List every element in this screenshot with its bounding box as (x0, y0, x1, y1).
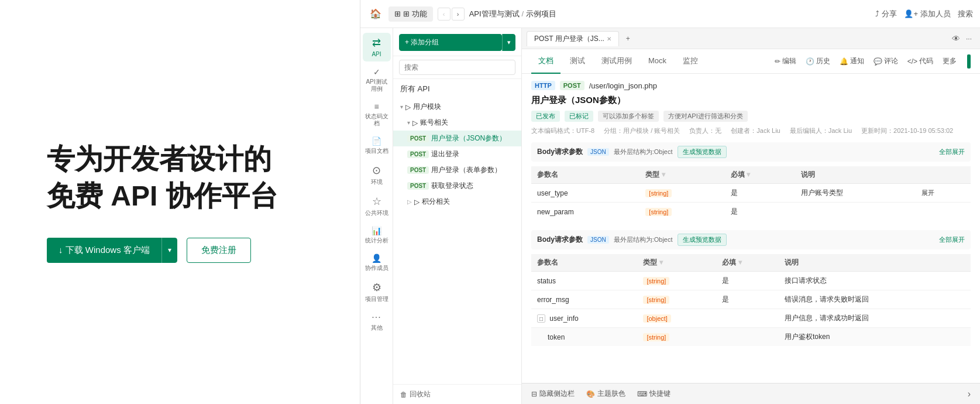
tree-item-points[interactable]: ▷ ▷ 积分相关 (393, 194, 521, 210)
share-icon: ⤴ (875, 9, 879, 18)
generate-preview-button[interactable]: 生成预览数据 (678, 146, 727, 158)
status-marked-badge: 已标记 (565, 111, 593, 122)
generate-response-preview-button[interactable]: 生成预览数据 (678, 234, 727, 246)
tree-item-get-status[interactable]: POST 获取登录状态 (393, 178, 521, 194)
stats-icon: 📊 (372, 226, 381, 235)
sidebar-item-test-case[interactable]: ✓ API测试用例 (363, 64, 391, 96)
eye-icon[interactable]: 👁 (952, 34, 960, 43)
breadcrumb-item-2[interactable]: 示例项目 (526, 9, 556, 19)
tab-test-case[interactable]: 测试用例 (594, 49, 639, 74)
hide-sidebar-button[interactable]: ⊟ 隐藏侧边栏 (531, 389, 575, 399)
theme-button[interactable]: 🎨 主题肤色 (586, 389, 625, 399)
nav-back-button[interactable]: ‹ (438, 8, 451, 20)
func-button[interactable]: ⊞ ⊞ 功能 (388, 6, 433, 22)
comment-button[interactable]: 💬 评论 (870, 54, 902, 68)
param-desc: 用户信息，请求成功时返回 (779, 309, 971, 328)
home-icon[interactable]: 🏠 (367, 6, 384, 22)
tree-item-login-form[interactable]: POST 用户登录（表单参数） (393, 162, 521, 178)
param-desc: 错误消息，请求失败时返回 (779, 290, 971, 309)
status-published-badge: 已发布 (531, 111, 560, 122)
tab-monitor[interactable]: 监控 (676, 49, 705, 74)
sidebar-item-api[interactable]: ⇄ API (363, 33, 391, 61)
param-type: [string] (637, 290, 716, 309)
request-json-badge: JSON (587, 148, 609, 156)
sidebar-item-public-env[interactable]: ☆ 公共环境 (363, 191, 391, 220)
sidebar-item-project-doc[interactable]: 📄 项目文档 (363, 133, 391, 158)
share-button[interactable]: ⤴ 分享 (875, 9, 897, 19)
close-tab-icon[interactable]: ✕ (607, 36, 611, 42)
post-badge: POST (407, 182, 429, 190)
param-required (716, 328, 779, 347)
accent-bar (967, 54, 971, 69)
tab-test[interactable]: 测试 (563, 49, 592, 74)
detail-tab-actions: ✏ 编辑 🕐 历史 🔔 通知 💬 评论 (771, 54, 971, 69)
top-bar: 🏠 ⊞ ⊞ 功能 ‹ › API管理与测试 / 示例项目 ⤴ 分享 👤+ 添加人… (360, 0, 980, 28)
test-icon: ✓ (373, 67, 380, 77)
param-type: [string] (637, 328, 716, 347)
search-button[interactable]: 搜索 (958, 9, 973, 19)
shortcuts-button[interactable]: ⌨ 快捷键 (637, 389, 670, 399)
sidebar-item-more[interactable]: ··· 其他 (363, 309, 391, 335)
code-button[interactable]: </> 代码 (904, 54, 937, 68)
add-member-button[interactable]: 👤+ 添加人员 (904, 9, 951, 19)
expand-all-request[interactable]: 全部展开 (939, 148, 965, 156)
public-env-icon: ☆ (372, 195, 381, 208)
recycle-bin[interactable]: 🗑 回收站 (393, 384, 521, 404)
api-info-header: HTTP POST /user/login_json.php (531, 81, 971, 90)
sidebar-item-members[interactable]: 👤 协作成员 (363, 250, 391, 275)
param-desc: 用户账号类型 (795, 184, 916, 203)
bottom-bar: ⊟ 隐藏侧边栏 🎨 主题肤色 ⌨ 快捷键 › (522, 383, 980, 404)
table-row: token [string] 用户鉴权token (531, 328, 971, 347)
sidebar-item-status-doc[interactable]: ≡ 状态码文档 (363, 98, 391, 131)
col-required: 必填 ▾ (725, 166, 795, 184)
param-name: □ user_info (531, 309, 637, 328)
param-required: 是 (716, 272, 779, 290)
arrow-right-icon[interactable]: › (968, 389, 971, 399)
sidebar-item-project-mgmt[interactable]: ⚙ 项目管理 (363, 278, 391, 306)
more-icon: ··· (372, 312, 381, 323)
breadcrumb: API管理与测试 / 示例项目 (469, 9, 557, 19)
tree-item-user-module[interactable]: ▾ ▷ 用户模块 (393, 99, 521, 115)
method-badge: POST (560, 81, 584, 90)
tree-item-logout[interactable]: POST 退出登录 (393, 146, 521, 162)
tag1[interactable]: 可以添加多个标签 (598, 111, 659, 122)
download-button[interactable]: ↓ 下载 Windows 客户端 (47, 238, 161, 263)
folder-icon: ▷ (414, 198, 419, 206)
notify-button[interactable]: 🔔 通知 (836, 54, 868, 68)
breadcrumb-item-1[interactable]: API管理与测试 (469, 9, 520, 19)
tab-doc[interactable]: 文档 (531, 49, 561, 74)
expand-all-response[interactable]: 全部展开 (939, 235, 965, 244)
search-box (393, 56, 521, 79)
add-group-arrow-button[interactable]: ▾ (502, 34, 515, 51)
param-desc: 用户鉴权token (779, 328, 971, 347)
history-button[interactable]: 🕐 历史 (802, 54, 834, 68)
expand-param-button[interactable]: 展开 (916, 184, 971, 203)
param-desc (795, 203, 916, 221)
tag2[interactable]: 方便对API进行筛选和分类 (663, 111, 748, 122)
tree-item-login-json[interactable]: POST 用户登录（JSON参数） (393, 131, 521, 146)
edit-button[interactable]: ✏ 编辑 (771, 54, 800, 68)
tab-mock[interactable]: Mock (641, 49, 673, 74)
request-section-label: Body请求参数 (537, 147, 583, 157)
table-row: error_msg [string] 是 错误消息，请求失败时返回 (531, 290, 971, 309)
api-tabs-bar: 文档 测试 测试用例 Mock 监控 ✏ 编辑 🕐 历史 🔔 (522, 49, 980, 74)
project-doc-icon: 📄 (372, 136, 381, 146)
app-section: 🏠 ⊞ ⊞ 功能 ‹ › API管理与测试 / 示例项目 ⤴ 分享 👤+ 添加人… (360, 0, 980, 404)
doc-tab-login-json[interactable]: POST 用户登录（JS... ✕ (527, 31, 619, 46)
register-button[interactable]: 免费注册 (187, 238, 251, 263)
search-input[interactable] (399, 60, 515, 75)
param-name: error_msg (531, 290, 637, 309)
sidebar-item-stats[interactable]: 📊 统计分析 (363, 222, 391, 248)
sidebar-item-env[interactable]: ⊙ 环境 (363, 160, 391, 189)
add-tab-button[interactable]: + (621, 35, 635, 43)
post-badge: POST (407, 166, 429, 174)
add-group-button[interactable]: + 添加分组 (399, 34, 502, 51)
nav-forward-button[interactable]: › (452, 8, 465, 20)
more-tabs-button[interactable]: ··· (962, 35, 975, 43)
tree-item-account-related[interactable]: ▾ ▷ 账号相关 (393, 115, 521, 131)
param-desc: 接口请求状态 (779, 272, 971, 290)
download-arrow-button[interactable]: ▾ (161, 238, 177, 263)
api-tree-panel: + 添加分组 ▾ 所有 API ▾ ▷ 用户模块 ▾ ▷ 账号相关 POST 用… (393, 28, 522, 404)
more-actions-button[interactable]: 更多 (939, 55, 960, 67)
tree-all-api[interactable]: 所有 API (393, 79, 521, 99)
